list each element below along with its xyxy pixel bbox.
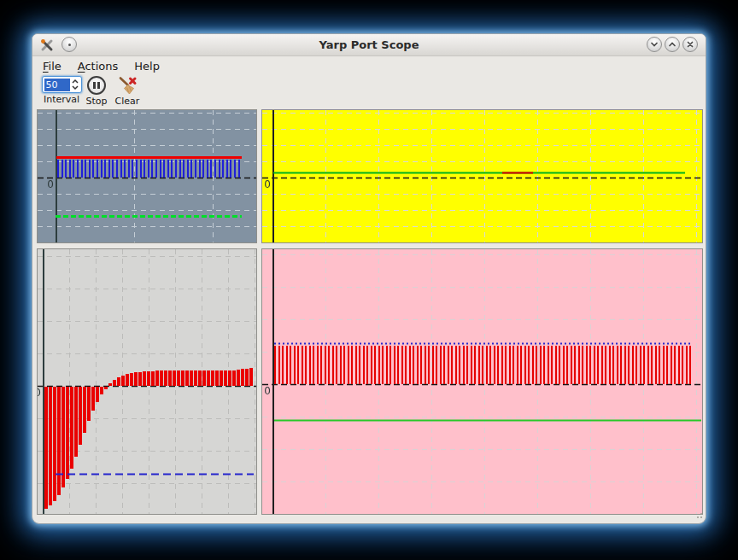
menu-help[interactable]: Help bbox=[129, 58, 165, 74]
interval-value: 50 bbox=[44, 79, 70, 91]
resize-grip[interactable] bbox=[694, 513, 702, 521]
minimize-button[interactable] bbox=[647, 37, 662, 52]
interval-spinbox[interactable]: 50 bbox=[42, 76, 82, 93]
plot-panel-top-left: 0 bbox=[37, 109, 257, 243]
toolbar: 50 Interval Stop bbox=[32, 75, 706, 110]
plot-panel-top-right: 0 bbox=[261, 109, 703, 243]
close-icon bbox=[686, 40, 694, 49]
app-icon bbox=[39, 38, 55, 53]
plot-canvas-top-right bbox=[262, 110, 702, 242]
axis-zero-label: 0 bbox=[261, 179, 271, 190]
menubar: File Actions Help bbox=[32, 56, 706, 75]
plot-canvas-bottom-left bbox=[38, 249, 256, 514]
plot-canvas-bottom-right bbox=[262, 249, 702, 514]
close-button[interactable] bbox=[682, 37, 698, 52]
app-window: Yarp Port Scope File Actions Help bbox=[32, 33, 706, 524]
window-menu-button[interactable] bbox=[62, 37, 77, 52]
plot-panel-bottom-left: 0 bbox=[37, 248, 257, 515]
menu-file[interactable]: File bbox=[38, 58, 67, 74]
axis-zero-label: 0 bbox=[44, 179, 54, 190]
interval-tool: 50 Interval bbox=[40, 76, 83, 105]
broom-icon bbox=[118, 76, 138, 95]
menu-actions[interactable]: Actions bbox=[73, 58, 124, 74]
clear-button[interactable]: Clear bbox=[108, 76, 146, 107]
clear-label: Clear bbox=[115, 96, 140, 107]
window-title: Yarp Port Scope bbox=[32, 34, 706, 55]
dot-icon bbox=[68, 44, 71, 46]
interval-label: Interval bbox=[44, 95, 79, 105]
plot-canvas-top-left bbox=[38, 110, 256, 242]
pause-circle-icon bbox=[87, 76, 106, 95]
maximize-button[interactable] bbox=[665, 37, 680, 52]
chevron-down-icon bbox=[650, 40, 659, 49]
axis-zero-label: 0 bbox=[261, 386, 271, 396]
plot-panel-bottom-right: 0 bbox=[261, 248, 703, 515]
axis-zero-label: 0 bbox=[37, 388, 41, 398]
stop-label: Stop bbox=[85, 96, 107, 107]
chevron-up-icon bbox=[668, 40, 676, 49]
titlebar[interactable]: Yarp Port Scope bbox=[32, 34, 706, 56]
